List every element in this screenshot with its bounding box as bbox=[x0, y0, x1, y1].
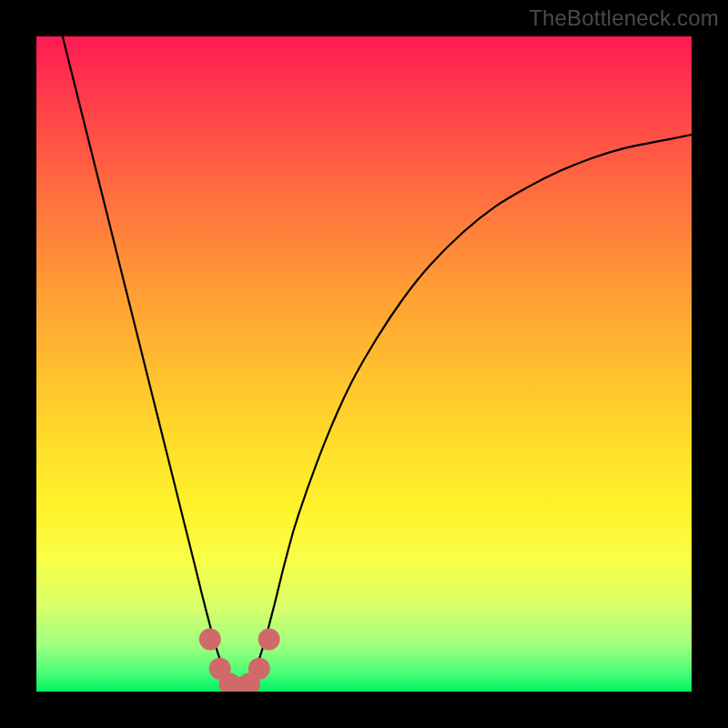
marker-dot bbox=[258, 628, 280, 650]
chart-svg bbox=[36, 36, 692, 692]
watermark-text: TheBottleneck.com bbox=[529, 5, 719, 31]
bottleneck-curve bbox=[63, 36, 692, 689]
marker-dot bbox=[199, 628, 221, 650]
highlight-markers bbox=[199, 628, 280, 692]
marker-dot bbox=[248, 658, 270, 680]
outer-frame: TheBottleneck.com bbox=[0, 0, 728, 728]
plot-area bbox=[36, 36, 692, 692]
